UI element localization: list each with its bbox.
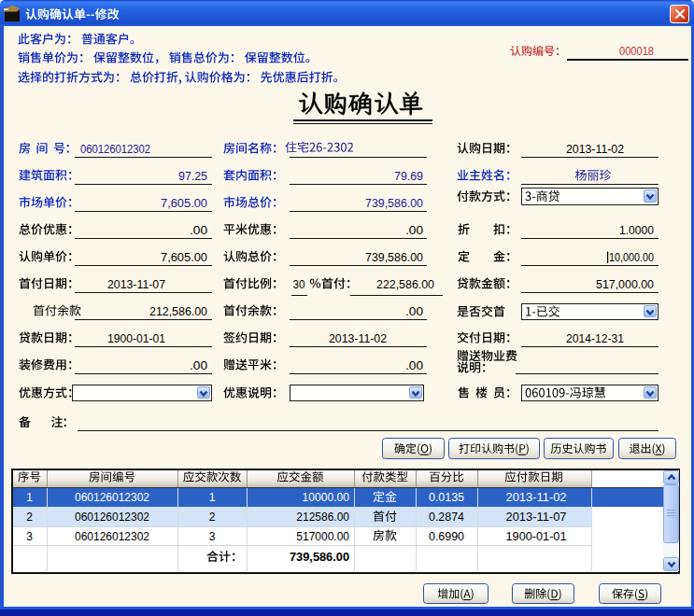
svg-text:97.25: 97.25 [178,170,207,183]
svg-text:.00: .00 [405,305,423,318]
svg-text:1.0000: 1.0000 [619,224,654,237]
svg-text:2014-12-31: 2014-12-31 [566,332,624,345]
svg-text:060126012302: 060126012302 [80,143,150,156]
svg-text:517,000.00: 517,000.00 [596,278,654,291]
svg-text:2013-11-02: 2013-11-02 [329,332,387,345]
svg-text:739,586.00: 739,586.00 [365,251,423,264]
svg-text:2013-11-02: 2013-11-02 [566,143,624,156]
svg-text:10,000.00: 10,000.00 [609,251,654,264]
svg-text:2013-11-07: 2013-11-07 [107,278,165,291]
svg-text:.00: .00 [405,359,423,372]
svg-text:7,605.00: 7,605.00 [161,197,207,210]
svg-text:.00: .00 [190,359,207,372]
svg-text:79.69: 79.69 [394,170,423,183]
svg-text:739,586.00: 739,586.00 [365,197,423,210]
svg-text:000018: 000018 [619,45,654,58]
svg-text:30: 30 [293,278,305,291]
svg-text:7,605.00: 7,605.00 [161,251,207,264]
svg-text:.00: .00 [405,224,423,237]
svg-text:222,586.00: 222,586.00 [376,278,434,291]
svg-text:212,586.00: 212,586.00 [149,305,207,318]
svg-text:1900-01-01: 1900-01-01 [107,332,165,345]
svg-text:.00: .00 [190,224,207,237]
